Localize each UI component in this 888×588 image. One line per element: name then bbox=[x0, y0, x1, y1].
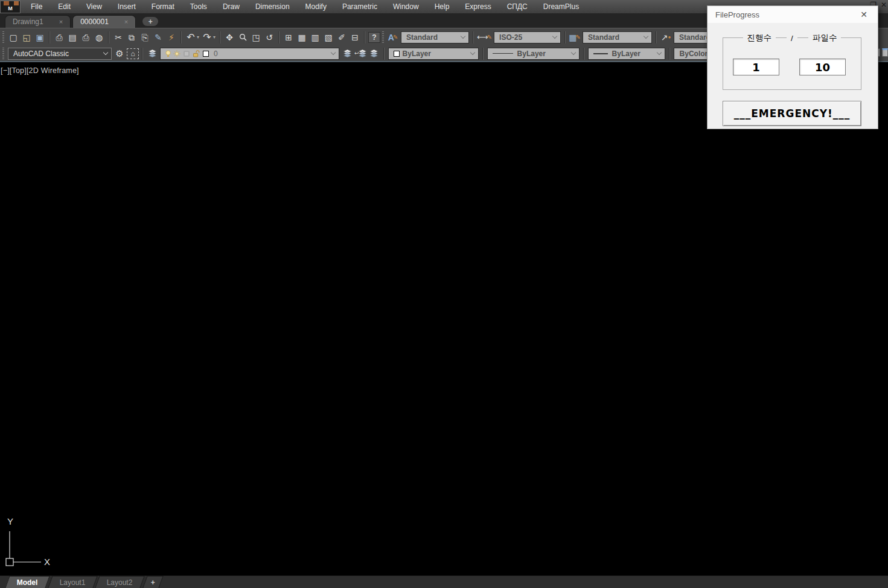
undo-icon[interactable]: ↶ bbox=[185, 31, 197, 43]
pan-icon[interactable]: ✥ bbox=[223, 31, 235, 43]
tab-close-icon[interactable]: × bbox=[59, 18, 63, 25]
chevron-down-icon bbox=[656, 50, 661, 55]
text-style-icon[interactable]: A✎ bbox=[387, 31, 399, 43]
linetype-select[interactable]: ByLayer bbox=[487, 48, 580, 60]
menu-edit[interactable]: Edit bbox=[50, 2, 78, 11]
match-properties-icon[interactable]: ✎ bbox=[152, 31, 164, 43]
toolbar-grip[interactable] bbox=[2, 48, 4, 59]
layer-on-bulb-icon[interactable] bbox=[165, 50, 171, 57]
new-icon[interactable]: ▢ bbox=[7, 31, 19, 43]
layer-freeze-sun-icon[interactable] bbox=[173, 50, 180, 57]
properties-icon[interactable]: ⊞ bbox=[283, 31, 295, 43]
plot-icon[interactable]: ⎙ bbox=[80, 31, 92, 43]
table-style-icon[interactable]: ▦✎ bbox=[569, 31, 581, 43]
menu-insert[interactable]: Insert bbox=[110, 2, 144, 11]
block-editor-icon[interactable]: ⚡ bbox=[165, 31, 177, 43]
drawing-canvas[interactable]: [−][Top][2D Wireframe] Y X bbox=[0, 63, 888, 575]
toolbar-grip[interactable] bbox=[382, 31, 384, 43]
zoom-realtime-icon[interactable] bbox=[237, 31, 249, 43]
publish-icon[interactable]: ◍ bbox=[93, 31, 105, 43]
menu-modify[interactable]: Modify bbox=[298, 2, 334, 11]
menu-help[interactable]: Help bbox=[427, 2, 458, 11]
toolbar-grip[interactable] bbox=[2, 31, 4, 43]
open-icon[interactable]: ◱ bbox=[21, 31, 33, 43]
menu-draw[interactable]: Draw bbox=[215, 2, 248, 11]
viewport-controls[interactable]: [−][Top][2D Wireframe] bbox=[1, 66, 79, 75]
chevron-down-icon bbox=[470, 50, 474, 55]
color-select[interactable]: ByLayer bbox=[388, 48, 479, 60]
toolbar-separator bbox=[278, 31, 279, 43]
designcenter-icon[interactable]: ▦ bbox=[296, 31, 308, 43]
zoom-window-icon[interactable]: ◳ bbox=[250, 31, 262, 43]
layer-viewport-freeze-icon[interactable] bbox=[183, 50, 190, 57]
menu-format[interactable]: Format bbox=[144, 2, 182, 11]
progress-count-field[interactable]: 1 bbox=[733, 59, 779, 75]
workspace-select[interactable]: AutoCAD Classic bbox=[8, 48, 112, 60]
tab-close-icon[interactable]: × bbox=[124, 18, 128, 25]
menu-dimension[interactable]: Dimension bbox=[248, 2, 298, 11]
sheet-set-manager-icon[interactable]: ▧ bbox=[322, 31, 334, 43]
lineweight-select[interactable]: ByLayer bbox=[588, 48, 665, 60]
menu-tools[interactable]: Tools bbox=[182, 2, 215, 11]
layer-states-icon[interactable] bbox=[368, 48, 380, 60]
menu-express[interactable]: Express bbox=[457, 2, 499, 11]
quickcalc-icon[interactable]: ⊟ bbox=[349, 31, 361, 43]
file-tab-label: Drawing1 bbox=[13, 18, 43, 26]
toolbar-separator bbox=[473, 31, 474, 43]
partial-toolbar-icon[interactable] bbox=[882, 48, 888, 57]
new-tab-button[interactable]: + bbox=[142, 17, 158, 26]
paste-icon[interactable]: ⎘ bbox=[139, 31, 151, 43]
print-preview-icon[interactable]: ▤ bbox=[66, 31, 78, 43]
dialog-title-bar[interactable]: FileProgress ✕ bbox=[708, 6, 878, 23]
mleader-style-icon[interactable]: ↗● bbox=[660, 31, 672, 43]
toolbar-separator bbox=[383, 48, 385, 60]
help-icon[interactable]: ? bbox=[368, 32, 380, 43]
file-count-field[interactable]: 10 bbox=[799, 59, 846, 75]
make-object-layer-current-icon[interactable] bbox=[341, 48, 353, 60]
menu-parametric[interactable]: Parametric bbox=[334, 2, 385, 11]
layer-previous-icon[interactable]: ↩ bbox=[354, 48, 367, 60]
dim-style-icon[interactable]: ⟷✎ bbox=[477, 31, 492, 43]
layout-tab-layout1[interactable]: Layout1 bbox=[48, 576, 97, 588]
zoom-previous-icon[interactable]: ↺ bbox=[263, 31, 275, 43]
toolbar-separator bbox=[219, 31, 220, 43]
workspace-settings-gear-icon[interactable]: ⚙ bbox=[113, 48, 126, 60]
markup-set-manager-icon[interactable]: ✐ bbox=[336, 31, 348, 43]
cut-icon[interactable]: ✂ bbox=[112, 31, 124, 43]
toolbar-separator bbox=[656, 31, 657, 43]
file-tab-0000001[interactable]: 0000001× bbox=[72, 15, 136, 28]
layer-select[interactable]: 0 bbox=[160, 48, 339, 60]
file-tab-Drawing1[interactable]: Drawing1× bbox=[5, 15, 71, 28]
menu-dreamplus[interactable]: DreamPlus bbox=[535, 2, 587, 11]
copy-icon[interactable]: ⧉ bbox=[126, 31, 138, 43]
layout-tab-label: Layout2 bbox=[107, 578, 133, 587]
menu-спдс[interactable]: СПДС bbox=[499, 2, 535, 11]
layout-tab-bar: ModelLayout1Layout2+ bbox=[0, 575, 888, 588]
dim-style-select[interactable]: ISO-25 bbox=[494, 31, 561, 43]
menu-file[interactable]: File bbox=[23, 2, 50, 11]
window-close-icon[interactable]: ✕ bbox=[881, 1, 887, 9]
layer-properties-icon[interactable] bbox=[146, 48, 158, 60]
layout-tab-layout2[interactable]: Layout2 bbox=[95, 576, 145, 588]
progress-groupbox-labels: 진행수 / 파일수 bbox=[723, 33, 861, 43]
new-layout-button[interactable]: + bbox=[142, 576, 163, 588]
application-menu-button[interactable]: M bbox=[0, 1, 21, 13]
file-count-label: 파일수 bbox=[808, 33, 842, 43]
text-style-select[interactable]: Standard bbox=[401, 31, 469, 43]
tool-palettes-icon[interactable]: ▥ bbox=[309, 31, 321, 43]
undo-dropdown-arrow-icon[interactable]: ▾ bbox=[197, 34, 199, 40]
redo-icon[interactable]: ↷ bbox=[201, 31, 213, 43]
layout-tab-model[interactable]: Model bbox=[5, 576, 50, 588]
print-icon[interactable]: ⎙ bbox=[53, 31, 65, 43]
menu-window[interactable]: Window bbox=[385, 2, 427, 11]
table-style-select[interactable]: Standard bbox=[583, 31, 652, 43]
emergency-button[interactable]: ___EMERGENCY!___ bbox=[723, 101, 861, 126]
layer-unlock-icon[interactable] bbox=[193, 50, 200, 57]
save-icon[interactable]: ▣ bbox=[34, 31, 46, 43]
redo-dropdown-arrow-icon[interactable]: ▾ bbox=[213, 34, 216, 40]
toolbar-separator bbox=[49, 31, 50, 43]
dialog-close-icon[interactable]: ✕ bbox=[858, 10, 870, 19]
my-workspace-icon[interactable]: ⌂ bbox=[127, 48, 139, 59]
toolbar-separator bbox=[180, 31, 182, 43]
menu-view[interactable]: View bbox=[78, 2, 110, 11]
